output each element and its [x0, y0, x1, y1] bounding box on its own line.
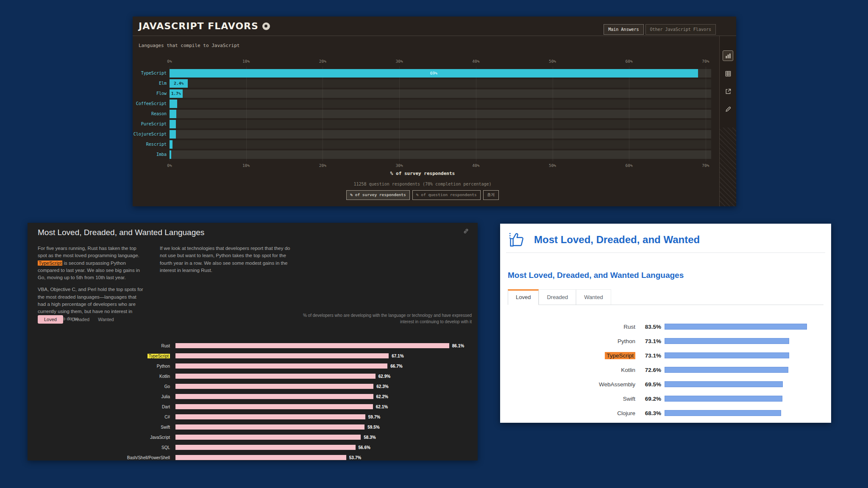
category-label: TypeScript — [500, 352, 635, 359]
category-label: Dart — [28, 405, 170, 409]
bar-purescript[interactable] — [170, 120, 176, 128]
units-button-of-question-respondents[interactable]: % of question respondents — [412, 190, 481, 200]
external-link-icon[interactable] — [723, 86, 733, 97]
text-column-2: If we look at technologies that develope… — [160, 245, 291, 327]
category-text: Go — [164, 384, 170, 389]
category-text: Rust — [623, 324, 635, 330]
axis-tick: 70% — [702, 163, 709, 168]
bar-python[interactable] — [665, 338, 789, 344]
bar-elm[interactable]: 2.4% — [170, 79, 188, 88]
bar-typescript[interactable] — [175, 353, 389, 358]
chart-row-reason: Reason — [133, 109, 712, 119]
chart-row-c: C#59.7% — [28, 412, 478, 422]
bar-chart-icon[interactable] — [723, 50, 733, 61]
chart-row-coffeescript: CoffeeScript — [133, 99, 712, 109]
loved-dreaded-wanted-tabs: LovedDreadedWanted — [38, 315, 114, 324]
bar-track — [170, 110, 711, 118]
axis-tick: 60% — [626, 163, 633, 168]
bar-dart[interactable] — [175, 404, 373, 409]
table-icon[interactable] — [723, 68, 733, 79]
category-text: Swift — [623, 396, 635, 402]
value-label: 73.1% — [635, 338, 661, 344]
axis-tick: 20% — [319, 163, 326, 168]
value-label: 67.1% — [392, 354, 403, 358]
bar-flow[interactable]: 1.7% — [170, 89, 183, 98]
category-text: JavaScript — [150, 435, 170, 440]
axis-tick: 40% — [472, 163, 479, 168]
bar-track — [170, 150, 711, 159]
bar-swift[interactable] — [665, 396, 782, 402]
category-text: WebAssembly — [599, 381, 635, 388]
category-label: JavaScript — [28, 435, 170, 440]
category-label: Julia — [28, 394, 170, 399]
tab-loved[interactable]: Loved — [508, 289, 539, 305]
loved-dreaded-wanted-tabs: LovedDreadedWanted — [508, 289, 823, 305]
chart-row-javascript: JavaScript58.3% — [28, 432, 478, 442]
bar-typescript[interactable] — [665, 352, 789, 358]
bar-typescript[interactable]: 69% — [170, 69, 698, 78]
bar-reason[interactable] — [170, 110, 176, 118]
category-label: Imba — [133, 150, 167, 160]
pencil-icon[interactable] — [723, 104, 733, 114]
units-button-of-survey-respondents[interactable]: % of survey respondents — [346, 190, 410, 200]
section-subtitle: Most Loved, Dreaded, and Wanted Language… — [508, 271, 823, 280]
tab-loved[interactable]: Loved — [38, 315, 63, 324]
value-label: 62.9% — [378, 374, 390, 379]
bar-swift[interactable] — [175, 424, 364, 430]
bar-julia[interactable] — [175, 394, 373, 399]
category-text: Python — [157, 364, 170, 369]
category-label: TypeScript — [28, 354, 170, 358]
axis-tick: 70% — [702, 59, 709, 64]
category-label: Go — [28, 384, 170, 389]
bar-imba[interactable] — [170, 150, 171, 159]
value-label: 1.7% — [170, 89, 183, 98]
chart-row-flow: Flow1.7% — [133, 89, 712, 99]
category-label: Kotlin — [500, 367, 635, 373]
category-label: Reason — [133, 109, 167, 119]
link-icon[interactable] — [463, 228, 469, 236]
axis-tick: 0% — [167, 59, 172, 64]
bar-rust[interactable] — [665, 324, 807, 330]
bar-sql[interactable] — [175, 445, 356, 450]
chart-row-imba: Imba — [133, 150, 712, 160]
bar-track — [170, 79, 711, 88]
desktop: JAVASCRIPT FLAVORS Main AnswersOther Jav… — [0, 0, 868, 488]
bar-bash-shell-powershell[interactable] — [175, 455, 346, 460]
respondents-note: 11258 question respondents (70% completi… — [133, 182, 712, 186]
thumbs-up-icon — [508, 232, 527, 248]
bar-javascript[interactable] — [175, 435, 361, 440]
chart-row-go: Go62.3% — [28, 381, 478, 391]
tab-dreaded[interactable]: Dreaded — [539, 289, 576, 305]
category-label: Swift — [500, 396, 635, 402]
category-label: Swift — [28, 425, 170, 430]
divider — [506, 252, 825, 253]
bar-kotlin[interactable] — [665, 367, 788, 373]
bar-clojure[interactable] — [665, 410, 781, 416]
bar-kotlin[interactable] — [175, 374, 376, 379]
chart-row-kotlin: Kotlin62.9% — [28, 371, 478, 381]
chart-row-clojurescript: ClojureScript — [133, 129, 712, 139]
bar-python[interactable] — [175, 363, 387, 369]
category-label: WebAssembly — [500, 381, 635, 388]
axis-tick: 50% — [549, 59, 556, 64]
bar-track — [170, 140, 711, 149]
bar-track — [170, 130, 711, 139]
tab-wanted[interactable]: Wanted — [98, 317, 114, 322]
bar-clojurescript[interactable] — [170, 130, 176, 139]
category-label: Python — [500, 338, 635, 344]
axis-tick: 50% — [549, 163, 556, 168]
chart-row-swift: Swift69.2% — [500, 391, 831, 406]
bar-rust[interactable] — [175, 343, 449, 348]
bar-coffeescript[interactable] — [170, 100, 177, 108]
x-axis-top: 0%10%20%30%40%50%60%70% — [133, 59, 712, 65]
bar-webassembly[interactable] — [665, 381, 783, 387]
units-button-item[interactable]: 총계 — [483, 190, 499, 200]
x-axis-bottom: 0%10%20%30%40%50%60%70% — [133, 163, 712, 169]
value-label: 53.7% — [349, 455, 361, 460]
bar-rescript[interactable] — [170, 140, 172, 149]
value-label: 58.3% — [364, 435, 376, 440]
bar-go[interactable] — [175, 384, 373, 389]
tab-dreaded[interactable]: Dreaded — [72, 317, 89, 322]
bar-c[interactable] — [175, 414, 365, 419]
tab-wanted[interactable]: Wanted — [576, 289, 611, 305]
